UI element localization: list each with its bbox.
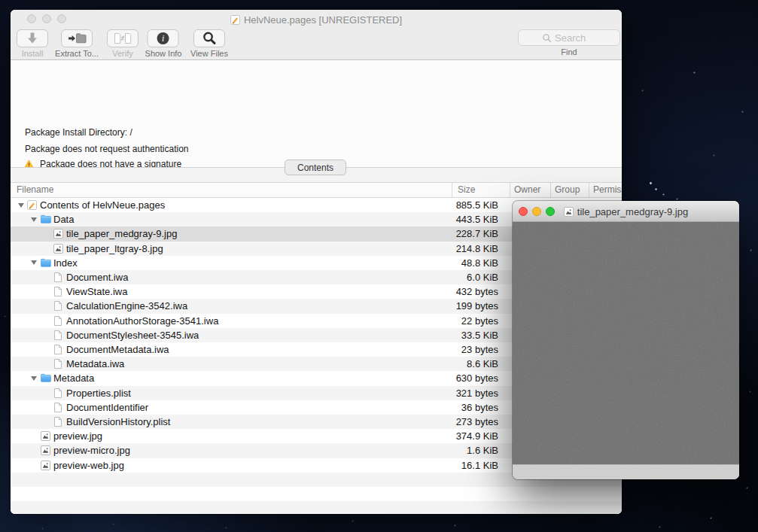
column-header-permissions[interactable]: Permissions — [593, 184, 622, 195]
column-separator[interactable] — [550, 183, 551, 197]
jpeg-document-icon — [41, 445, 50, 455]
search-icon — [542, 33, 552, 43]
pages-document-icon — [230, 15, 240, 25]
info-line: Package Install Directory: / — [25, 127, 132, 138]
document-icon — [53, 388, 62, 398]
toolbar-item-label: Verify — [107, 49, 139, 58]
file-name: DocumentStylesheet-3545.iwa — [66, 328, 199, 342]
verify-button[interactable]: Verify — [107, 29, 139, 58]
file-name: Document.iwa — [66, 270, 128, 284]
column-header-filename[interactable]: Filename — [17, 184, 53, 195]
document-icon — [53, 417, 62, 427]
search-toolbar-item: Find — [518, 29, 620, 56]
file-size: 214.8 KiB — [387, 242, 498, 256]
window-title: HelvNeue.pages [UNREGISTERED] — [244, 14, 402, 26]
disclosure-triangle[interactable] — [31, 260, 37, 265]
wallpaper-stars — [0, 0, 1, 1]
preview-title-area: tile_paper_medgray-9.jpg — [513, 201, 739, 222]
document-icon — [53, 403, 62, 412]
file-size: 374.9 KiB — [387, 429, 498, 443]
file-name: BuildVersionHistory.plist — [66, 415, 170, 429]
file-name: Contents of HelvNeue.pages — [40, 198, 165, 212]
document-icon — [53, 359, 62, 369]
titlebar[interactable]: HelvNeue.pages [UNREGISTERED] — [11, 10, 622, 29]
disclosure-triangle[interactable] — [31, 217, 37, 222]
jpeg-document-icon — [564, 207, 574, 217]
document-icon — [53, 345, 62, 354]
preview-image-gray-paper — [513, 222, 739, 464]
toolbar-item-label: Extract To... — [55, 49, 99, 58]
file-name: Metadata — [53, 371, 94, 385]
install-icon — [24, 30, 41, 47]
file-size: 321 bytes — [387, 386, 498, 400]
file-size: 36 bytes — [387, 400, 498, 415]
file-size: 630 bytes — [387, 371, 498, 385]
file-size: 443.5 KiB — [387, 212, 498, 226]
view-files-button[interactable]: View Files — [190, 29, 228, 58]
search-input[interactable] — [555, 32, 596, 44]
pages-document-icon — [27, 200, 37, 210]
find-label: Find — [518, 47, 620, 56]
file-name: preview-micro.jpg — [53, 443, 130, 458]
show-info-icon: i — [155, 30, 172, 47]
table-header: Filename Size Owner Group Permissions — [11, 182, 622, 198]
view-files-icon — [201, 30, 218, 47]
file-size: 48.8 KiB — [387, 256, 498, 270]
horizontal-scrollbar-track — [513, 464, 739, 479]
file-size: 22 bytes — [387, 314, 498, 328]
jpeg-document-icon — [53, 244, 63, 254]
disclosure-triangle[interactable] — [18, 203, 24, 208]
column-header-owner[interactable]: Owner — [514, 184, 540, 195]
column-separator[interactable] — [510, 183, 510, 197]
show-info-button[interactable]: iShow Info — [145, 29, 182, 58]
file-size: 1.6 KiB — [387, 443, 498, 458]
file-size: 228.7 KiB — [387, 226, 498, 241]
file-size: 6.0 KiB — [387, 270, 498, 284]
jpeg-document-icon — [53, 229, 63, 239]
file-size: 33.5 KiB — [387, 328, 498, 342]
install-button[interactable]: Install — [17, 29, 48, 58]
file-name: preview-web.jpg — [53, 458, 124, 473]
column-header-group[interactable]: Group — [555, 184, 580, 195]
document-icon — [53, 272, 62, 282]
document-icon — [53, 301, 62, 311]
file-name: DocumentMetadata.iwa — [66, 342, 169, 357]
file-name: AnnotationAuthorStorage-3541.iwa — [66, 314, 218, 328]
document-icon — [53, 287, 62, 296]
file-size: 273 bytes — [387, 415, 498, 429]
svg-text:i: i — [162, 34, 164, 43]
view-tab-band: Contents — [11, 167, 622, 182]
file-size: 23 bytes — [387, 342, 498, 357]
disclosure-triangle[interactable] — [31, 376, 37, 381]
empty-row — [11, 487, 622, 501]
document-icon — [53, 316, 62, 326]
file-name: tile_paper_ltgray-8.jpg — [66, 242, 163, 256]
search-field[interactable] — [518, 29, 620, 46]
jpeg-document-icon — [41, 461, 50, 470]
file-name: Metadata.iwa — [66, 357, 124, 371]
column-separator[interactable] — [452, 183, 452, 197]
file-name: CalculationEngine-3542.iwa — [66, 299, 187, 313]
document-icon — [53, 330, 62, 340]
preview-window-title: tile_paper_medgray-9.jpg — [577, 206, 688, 217]
file-name: DocumentIdentifier — [66, 400, 148, 415]
toolbar-item-label: Show Info — [145, 49, 182, 58]
tab-contents[interactable]: Contents — [285, 160, 346, 175]
file-size: 432 bytes — [387, 284, 498, 299]
column-separator[interactable] — [589, 183, 589, 197]
image-preview-window: tile_paper_medgray-9.jpg — [513, 201, 739, 479]
jpeg-document-icon — [41, 431, 50, 441]
toolbar: InstallExtract To...VerifyiShow InfoView… — [11, 29, 622, 60]
file-size: 199 bytes — [387, 299, 498, 313]
extract-to-button[interactable]: Extract To... — [55, 29, 99, 58]
file-name: ViewState.iwa — [66, 284, 127, 299]
verify-icon — [113, 31, 132, 46]
folder-icon — [41, 214, 51, 223]
folder-icon — [41, 258, 51, 267]
file-name: tile_paper_medgray-9.jpg — [66, 226, 177, 241]
file-name: Properties.plist — [66, 386, 131, 400]
file-name: preview.jpg — [53, 429, 102, 443]
column-header-size[interactable]: Size — [458, 184, 475, 195]
extract-to-icon — [67, 31, 87, 46]
preview-titlebar[interactable]: tile_paper_medgray-9.jpg — [513, 201, 739, 222]
